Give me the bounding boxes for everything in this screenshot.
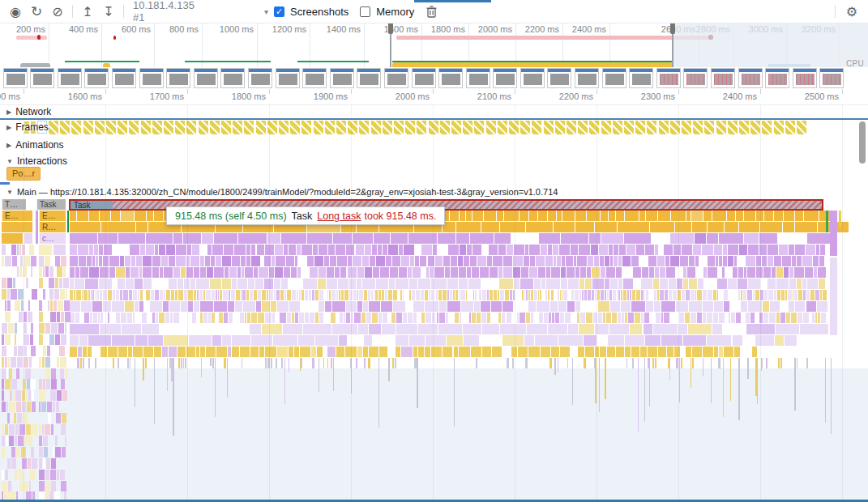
flame-segment[interactable] (456, 233, 469, 244)
flame-segment[interactable] (77, 358, 79, 368)
flame-segment[interactable] (379, 347, 387, 357)
flame-segment[interactable] (539, 313, 542, 323)
flame-segment[interactable] (575, 211, 586, 221)
flame-segment[interactable] (61, 256, 66, 266)
flame-segment[interactable] (101, 222, 135, 232)
flame-segment[interactable] (353, 290, 357, 300)
flame-segment[interactable] (789, 279, 795, 289)
flame-segment[interactable] (30, 470, 35, 480)
flame-segment[interactable] (409, 290, 411, 300)
flame-segment[interactable] (254, 267, 258, 278)
flame-segment[interactable] (365, 245, 371, 255)
flame-segment[interactable] (240, 347, 250, 357)
flame-segment[interactable] (815, 290, 819, 300)
flame-segment[interactable] (466, 211, 472, 221)
flame-segment[interactable] (839, 211, 841, 227)
flame-segment[interactable] (49, 334, 54, 345)
flame-segment[interactable] (626, 245, 635, 255)
flame-segment[interactable] (88, 290, 90, 300)
flame-segment[interactable] (645, 245, 654, 255)
flame-segment[interactable] (459, 279, 468, 289)
flame-segment[interactable] (775, 335, 784, 346)
flame-segment[interactable] (274, 290, 275, 300)
flame-segment[interactable] (309, 290, 312, 300)
flame-segment[interactable] (2, 379, 4, 389)
flame-segment[interactable] (251, 256, 259, 266)
flame-segment[interactable] (339, 335, 347, 346)
flame-segment[interactable] (39, 481, 45, 491)
flame-segment[interactable] (216, 347, 227, 357)
flame-segment[interactable] (763, 267, 771, 278)
flame-segment[interactable] (728, 279, 737, 289)
flame-sliver[interactable] (333, 358, 334, 391)
flame-segment[interactable] (24, 436, 28, 446)
flame-segment[interactable] (584, 358, 586, 368)
flame-segment[interactable] (525, 245, 529, 255)
flame-segment[interactable] (795, 245, 805, 255)
flame-segment[interactable] (507, 245, 513, 255)
flame-segment[interactable] (100, 267, 109, 278)
flame-segment[interactable] (400, 290, 401, 300)
partially-presented-frame[interactable] (589, 121, 599, 134)
flame-segment[interactable] (410, 256, 414, 266)
flame-segment[interactable] (762, 256, 767, 266)
flame-segment[interactable] (319, 301, 323, 312)
flame-segment[interactable] (795, 222, 816, 232)
flame-segment[interactable] (49, 289, 53, 300)
flame-segment[interactable] (776, 267, 783, 278)
flame-segment[interactable] (548, 290, 549, 300)
flame-segment[interactable] (768, 279, 776, 289)
flame-segment[interactable] (269, 290, 273, 300)
partially-presented-frame[interactable] (567, 121, 576, 134)
flame-segment[interactable] (753, 290, 755, 300)
flame-segment[interactable] (242, 290, 245, 300)
flame-segment[interactable] (395, 358, 397, 368)
flame-segment[interactable] (470, 233, 494, 244)
flame-segment[interactable] (303, 324, 332, 334)
flame-segment[interactable] (298, 335, 314, 346)
flame-segment[interactable] (528, 290, 530, 300)
flame-sliver[interactable] (378, 358, 379, 428)
flame-segment[interactable] (39, 390, 45, 401)
flame-segment[interactable] (12, 256, 17, 266)
flame-segment[interactable] (43, 436, 48, 446)
flame-segment[interactable] (164, 290, 165, 300)
flame-segment[interactable] (803, 290, 806, 300)
flame-segment[interactable] (140, 290, 142, 300)
flame-segment[interactable] (19, 245, 21, 255)
flame-segment[interactable] (2, 481, 7, 491)
flame-segment[interactable] (118, 233, 145, 244)
flame-segment[interactable] (185, 358, 186, 368)
flame-segment[interactable] (224, 245, 233, 255)
flame-segment[interactable] (272, 256, 275, 266)
flame-segment[interactable] (82, 290, 83, 300)
flame-segment[interactable] (650, 222, 675, 232)
flame-segment[interactable] (806, 301, 816, 312)
flame-segment[interactable] (2, 447, 5, 457)
flame-segment[interactable] (305, 313, 310, 323)
flame-segment[interactable] (793, 290, 793, 300)
flame-segment[interactable] (6, 368, 9, 379)
flame-segment[interactable] (65, 436, 66, 446)
flame-segment[interactable] (62, 413, 66, 423)
flame-segment[interactable] (243, 301, 255, 312)
flame-segment[interactable] (224, 358, 226, 368)
flame-segment[interactable] (682, 290, 684, 300)
flame-segment[interactable] (228, 301, 234, 312)
screenshot-thumbnail[interactable] (84, 68, 109, 88)
flame-segment[interactable] (36, 211, 38, 244)
partially-presented-frame[interactable] (635, 121, 645, 134)
flame-segment[interactable] (565, 313, 570, 323)
flame-segment[interactable] (813, 256, 819, 266)
flame-segment[interactable] (817, 301, 828, 312)
flame-segment[interactable] (7, 289, 10, 300)
partially-presented-frame[interactable] (417, 121, 426, 134)
partially-presented-frame[interactable] (578, 121, 588, 134)
flame-segment[interactable] (89, 267, 99, 278)
partially-presented-frame[interactable] (199, 121, 208, 134)
flame-segment[interactable] (657, 256, 665, 266)
flame-segment[interactable] (85, 279, 97, 289)
flame-segment[interactable] (713, 313, 718, 323)
flame-segment[interactable] (245, 267, 253, 278)
flame-segment[interactable] (646, 290, 648, 300)
